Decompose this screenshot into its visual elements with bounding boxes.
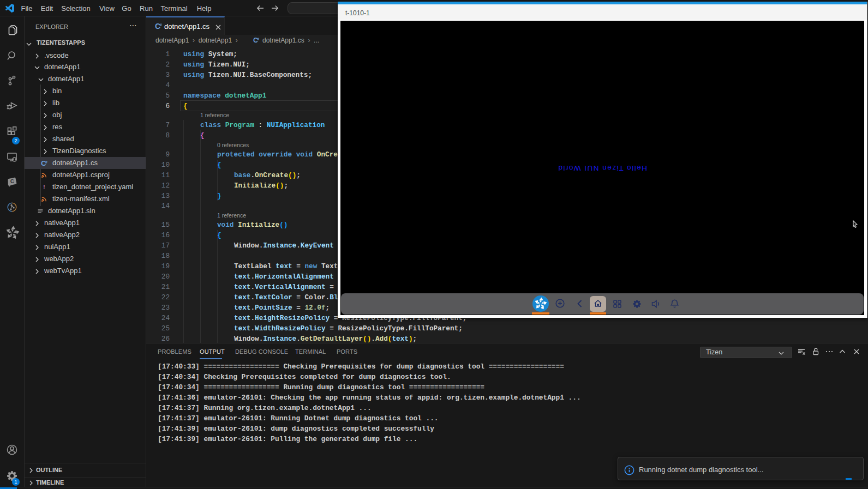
svg-text:!: !: [43, 184, 45, 190]
svg-text:#: #: [160, 22, 163, 27]
svg-text:#: #: [257, 37, 259, 41]
svg-text:#: #: [45, 160, 47, 164]
svg-text:C: C: [10, 178, 14, 184]
